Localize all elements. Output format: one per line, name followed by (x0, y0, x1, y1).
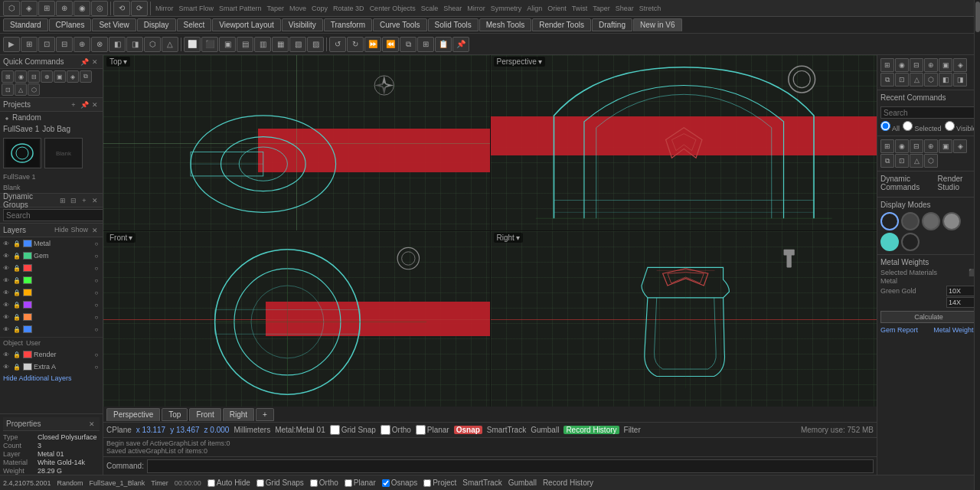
viewport-perspective-label[interactable]: Perspective ▾ (494, 57, 545, 67)
tab-curve[interactable]: Curve Tools (373, 18, 427, 31)
layer-7-color[interactable] (23, 313, 32, 321)
tab-transform[interactable]: Transform (324, 18, 372, 31)
dm-ghosted[interactable] (942, 212, 961, 230)
tb2-18[interactable]: ▨ (307, 37, 324, 52)
rt-btn-1[interactable]: ⊞ (880, 58, 894, 72)
proj-pin-icon[interactable]: 📌 (80, 100, 89, 109)
tab-mesh[interactable]: Mesh Tools (479, 18, 531, 31)
layer-6-eye[interactable]: 👁 (2, 301, 11, 309)
layer-6-vis[interactable]: ○ (92, 301, 101, 309)
layer-5-eye[interactable]: 👁 (2, 289, 11, 296)
layer-4-eye[interactable]: 👁 (2, 276, 11, 284)
tb2-14[interactable]: ▤ (237, 37, 253, 52)
rt-btn-7[interactable]: ⧉ (880, 73, 894, 87)
toolbar-icon-3[interactable]: ⊞ (38, 1, 55, 16)
tb2-12[interactable]: ⬛ (201, 37, 218, 52)
layer-gem-lock[interactable]: 🔒 (12, 252, 21, 260)
tab-right[interactable]: Right (223, 408, 254, 421)
dm-technical[interactable] (901, 233, 920, 251)
layer-metal-color[interactable] (23, 240, 32, 247)
rt2-btn-10[interactable]: ⬡ (924, 154, 938, 168)
rt2-btn-7[interactable]: ⧉ (880, 154, 894, 168)
dg-icon1[interactable]: ⊞ (58, 196, 67, 205)
hide-additional-layers[interactable]: Hide Additional Layers (0, 373, 103, 384)
qc-btn-3[interactable]: ⊟ (28, 70, 40, 83)
tb2-23[interactable]: ⧉ (400, 37, 416, 52)
ortho-item[interactable]: Ortho (381, 425, 411, 435)
props-close-icon[interactable]: ✕ (87, 420, 96, 429)
viewport-front[interactable]: Front ▾ (103, 231, 490, 407)
rt-btn-6[interactable]: ◈ (953, 58, 967, 72)
dm-xray[interactable] (880, 233, 899, 251)
viewport-right[interactable]: Right ▾ (491, 231, 877, 407)
qc-btn-8[interactable]: ⊡ (2, 83, 14, 96)
lr-color[interactable] (23, 351, 32, 358)
tab-add[interactable]: + (256, 408, 274, 421)
tb2-21[interactable]: ⏩ (364, 37, 381, 52)
grid-snap-cb[interactable] (330, 425, 340, 435)
toolbar-icon-6[interactable]: ◎ (91, 1, 108, 16)
ortho-status-item[interactable]: Ortho (310, 479, 338, 487)
lea-lock[interactable]: 🔒 (12, 363, 21, 371)
layer-8-eye[interactable]: 👁 (2, 325, 11, 333)
tab-cplanes[interactable]: CPlanes (49, 18, 92, 31)
layer-8-color[interactable] (23, 325, 32, 333)
grid-snaps-cb[interactable] (256, 479, 264, 487)
tb2-3[interactable]: ⊡ (38, 37, 55, 52)
rt-btn-4[interactable]: ⊕ (924, 58, 938, 72)
thumbnail-fullsave[interactable] (3, 138, 41, 168)
tb2-1[interactable]: ▶ (3, 37, 20, 52)
tab-visibility[interactable]: Visibility (282, 18, 323, 31)
right-scrollbar[interactable] (974, 55, 980, 475)
tb2-13[interactable]: ▣ (219, 37, 236, 52)
tb2-10[interactable]: △ (162, 37, 178, 52)
rc-all-radio[interactable]: All (880, 121, 900, 132)
tb2-6[interactable]: ⊗ (91, 37, 108, 52)
tb2-11[interactable]: ⬜ (184, 37, 201, 52)
tab-drafting[interactable]: Drafting (592, 18, 632, 31)
viewport-top[interactable]: Top ▾ (103, 55, 490, 230)
calculate-button[interactable]: Calculate (880, 311, 977, 323)
lr-lock[interactable]: 🔒 (12, 351, 21, 358)
toolbar-icon-1[interactable]: ⬡ (3, 1, 20, 16)
dg-close-icon[interactable]: ✕ (90, 196, 100, 205)
grid-snap-item[interactable]: Grid Snap (330, 425, 376, 435)
rt-btn-9[interactable]: △ (910, 73, 923, 87)
lea-eye[interactable]: 👁 (2, 363, 11, 371)
project-status-item[interactable]: Project (423, 479, 456, 487)
dg-add-icon[interactable]: + (80, 196, 89, 205)
rt-btn-8[interactable]: ⊡ (895, 73, 909, 87)
layer-gem-vis[interactable]: ○ (92, 252, 101, 260)
tb2-4[interactable]: ⊟ (56, 37, 73, 52)
rt-btn-3[interactable]: ⊟ (910, 58, 923, 72)
layer-5-lock[interactable]: 🔒 (12, 289, 21, 296)
gumball-item[interactable]: Gumball (531, 426, 559, 434)
command-input[interactable] (147, 459, 874, 473)
tab-render[interactable]: Render Tools (532, 18, 591, 31)
lea-color[interactable] (23, 363, 32, 371)
rt2-btn-8[interactable]: ⊡ (895, 154, 909, 168)
rc-visible-radio[interactable]: Visible (945, 121, 977, 132)
qc-btn-4[interactable]: ⊕ (41, 70, 53, 83)
qc-pin-icon[interactable]: 📌 (80, 57, 89, 67)
tb2-19[interactable]: ↺ (329, 37, 346, 52)
layer-gem-color[interactable] (23, 252, 32, 260)
proj-close-icon[interactable]: ✕ (90, 100, 100, 109)
layer-7-vis[interactable]: ○ (92, 313, 101, 321)
layer-gem-eye[interactable]: 👁 (2, 252, 11, 260)
tb2-15[interactable]: ▥ (254, 37, 271, 52)
tab-standard[interactable]: Standard (3, 18, 48, 31)
layer-5-vis[interactable]: ○ (92, 289, 101, 296)
layer-4-lock[interactable]: 🔒 (12, 276, 21, 284)
layer-3-eye[interactable]: 👁 (2, 264, 11, 272)
toolbar-icon-2[interactable]: ◈ (21, 1, 38, 16)
layer-metal-vis[interactable]: ○ (92, 240, 101, 247)
tab-display[interactable]: Display (137, 18, 176, 31)
tab-perspective[interactable]: Perspective (106, 408, 160, 421)
tab-new-v6[interactable]: New in V6 (633, 18, 682, 31)
lr-eye[interactable]: 👁 (2, 351, 11, 358)
layer-5-color[interactable] (23, 289, 32, 296)
project-random[interactable]: ⬥ Random (0, 112, 103, 123)
layer-6-color[interactable] (23, 301, 32, 309)
tab-viewport[interactable]: Viewport Layout (212, 18, 281, 31)
